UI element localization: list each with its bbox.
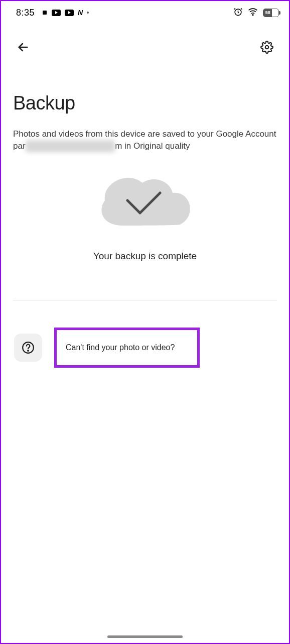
- battery-icon: 58: [263, 9, 279, 17]
- nav-bar: [1, 22, 289, 63]
- settings-button[interactable]: [256, 36, 278, 58]
- status-time: 8:35: [16, 8, 35, 18]
- cant-find-link-label: Can't find your photo or video?: [66, 343, 175, 352]
- status-left: 8:35 N: [16, 8, 89, 18]
- n-icon: N: [78, 9, 83, 17]
- redacted-email: redacted-email-address: [26, 140, 115, 152]
- svg-point-5: [28, 350, 29, 351]
- youtube-icon: [52, 10, 61, 16]
- alarm-icon: [233, 7, 243, 19]
- cant-find-link[interactable]: Can't find your photo or video?: [54, 328, 200, 368]
- main-content: Backup Photos and videos from this devic…: [1, 92, 289, 368]
- subtitle-suffix: m in Original quality: [115, 141, 190, 151]
- subtitle-line1: Photos and videos from this device are s…: [13, 129, 276, 139]
- svg-rect-0: [43, 11, 47, 15]
- subtitle-prefix: par: [13, 141, 26, 151]
- svg-point-2: [252, 15, 253, 16]
- help-row: Can't find your photo or video?: [13, 328, 277, 368]
- battery-level: 58: [263, 9, 272, 17]
- arrow-left-icon: [16, 40, 30, 54]
- cloud-check-icon: [92, 170, 198, 231]
- gear-icon: [260, 41, 273, 54]
- youtube-icon: [65, 10, 74, 16]
- wifi-icon: [248, 7, 258, 19]
- app-icon-small: [42, 10, 48, 16]
- backup-description: Photos and videos from this device are s…: [13, 128, 277, 152]
- status-bar: 8:35 N 58: [1, 1, 289, 22]
- backup-status-text: Your backup is complete: [93, 251, 197, 262]
- page-title: Backup: [13, 92, 277, 114]
- help-circle-icon: [22, 341, 35, 354]
- svg-point-3: [265, 46, 269, 49]
- divider: [13, 300, 277, 300]
- back-button[interactable]: [12, 36, 34, 58]
- status-right: 58: [233, 7, 279, 19]
- help-icon-container[interactable]: [14, 334, 42, 362]
- more-notifications-dot: [87, 12, 89, 14]
- home-indicator[interactable]: [107, 635, 183, 638]
- backup-status-graphic: Your backup is complete: [13, 170, 277, 262]
